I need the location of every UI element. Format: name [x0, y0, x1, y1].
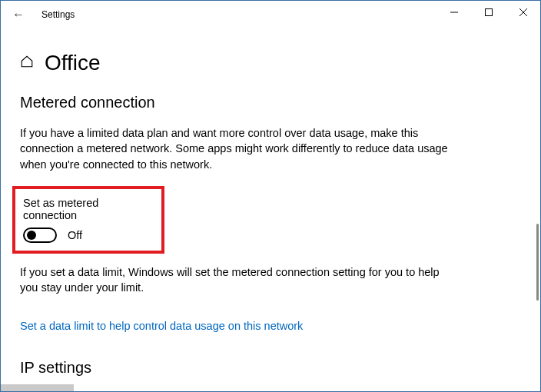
- section-title-metered: Metered connection: [20, 94, 521, 111]
- settings-window: ← Settings Office Metered connection If …: [0, 0, 541, 392]
- page-title: Office: [45, 51, 101, 75]
- metered-toggle[interactable]: [23, 228, 57, 243]
- toggle-status: Off: [68, 229, 82, 241]
- metered-description: If you have a limited data plan and want…: [20, 125, 450, 172]
- window-controls: [436, 1, 540, 24]
- ip-assignment-value: Automatic (DHCP): [174, 390, 265, 391]
- data-limit-link[interactable]: Set a data limit to help control data us…: [20, 320, 303, 332]
- scrollbar-vertical[interactable]: [536, 224, 539, 301]
- toggle-label: Set as metered connection: [23, 197, 151, 221]
- minimize-button[interactable]: [436, 1, 471, 24]
- section-title-ip: IP settings: [20, 359, 521, 377]
- page-header: Office: [20, 51, 521, 75]
- toggle-knob: [27, 231, 36, 240]
- toggle-row: Off: [23, 228, 151, 243]
- scrollbar-horizontal[interactable]: [1, 384, 74, 391]
- close-button[interactable]: [506, 1, 540, 24]
- home-icon[interactable]: [20, 55, 34, 72]
- data-limit-description: If you set a data limit, Windows will se…: [20, 264, 450, 296]
- back-icon[interactable]: ←: [12, 8, 25, 22]
- svg-rect-1: [485, 9, 492, 16]
- maximize-button[interactable]: [471, 1, 506, 24]
- window-title: Settings: [41, 9, 75, 20]
- content-area: Office Metered connection If you have a …: [1, 28, 540, 391]
- ip-assignment-row: IP assignment: Automatic (DHCP): [20, 390, 521, 391]
- highlight-box: Set as metered connection Off: [12, 186, 164, 254]
